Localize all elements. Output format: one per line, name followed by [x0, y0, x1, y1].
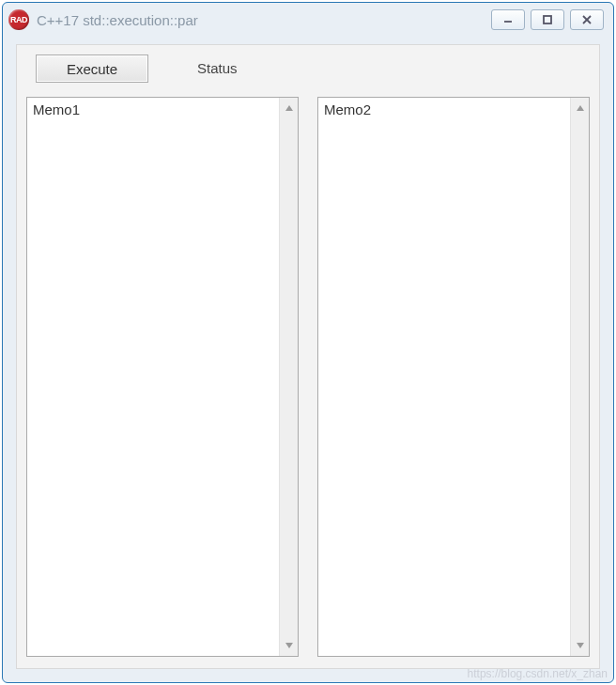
memo1-scrollbar[interactable]	[279, 98, 298, 656]
memo1-textarea[interactable]: Memo1	[26, 97, 299, 657]
application-window: RAD C++17 std::execution::par Execute St…	[2, 2, 614, 683]
maximize-button[interactable]	[531, 9, 564, 30]
minimize-button[interactable]	[491, 9, 525, 30]
memo2-textarea[interactable]: Memo2	[317, 97, 590, 657]
memo1-content[interactable]: Memo1	[27, 98, 279, 656]
window-controls	[491, 9, 604, 30]
scroll-up-icon[interactable]	[280, 98, 298, 118]
svg-marker-5	[285, 643, 293, 648]
svg-rect-1	[544, 16, 551, 23]
scroll-down-icon[interactable]	[280, 635, 298, 656]
execute-button[interactable]: Execute	[36, 54, 148, 83]
scroll-up-icon[interactable]	[571, 98, 589, 118]
form-designer-surface[interactable]: Execute Status Memo1 Memo2	[16, 44, 600, 669]
status-label: Status	[193, 60, 241, 76]
titlebar: RAD C++17 std::execution::par	[3, 3, 613, 37]
watermark-text: https://blog.csdn.net/x_zhan	[468, 667, 608, 680]
svg-marker-4	[285, 105, 293, 111]
memo2-content[interactable]: Memo2	[318, 98, 570, 656]
close-button[interactable]	[570, 9, 604, 30]
app-icon: RAD	[8, 9, 29, 30]
memo2-scrollbar[interactable]	[570, 98, 589, 656]
scroll-down-icon[interactable]	[571, 635, 589, 656]
svg-marker-6	[577, 105, 584, 111]
window-title: C++17 std::execution::par	[37, 12, 491, 28]
svg-marker-7	[577, 643, 584, 648]
